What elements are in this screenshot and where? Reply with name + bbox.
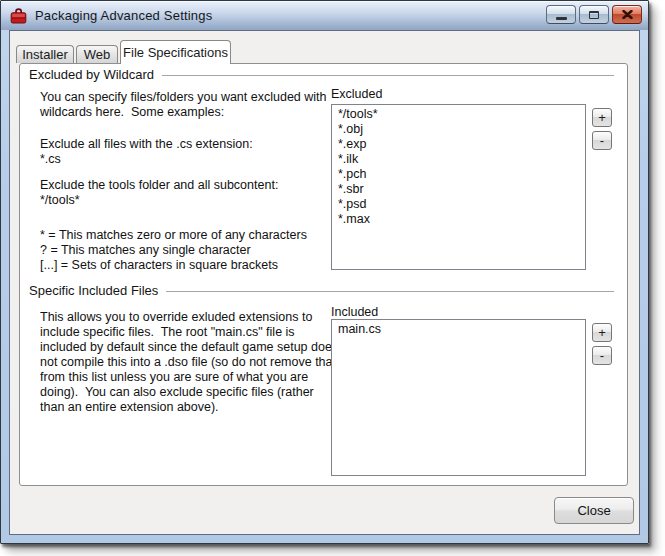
maximize-button[interactable] xyxy=(579,5,609,24)
close-icon xyxy=(622,10,633,19)
maximize-icon xyxy=(589,11,599,19)
text-line: [...] = Sets of characters in square bra… xyxy=(40,258,336,273)
group-header-excluded-by-wildcard: Excluded by Wildcard xyxy=(29,67,614,82)
excluded-remove-button[interactable]: - xyxy=(592,131,612,150)
close-window-button[interactable] xyxy=(612,5,642,24)
text-line: than an entire extension above). xyxy=(40,400,336,415)
included-add-button[interactable]: + xyxy=(592,323,612,342)
text-line: * = This matches zero or more of any cha… xyxy=(40,228,336,243)
included-description-text: This allows you to override exluded exte… xyxy=(40,310,336,415)
list-item[interactable]: *.sbr xyxy=(332,182,585,197)
minimize-icon xyxy=(556,17,567,20)
dialog-window: Packaging Advanced Settings Installer We… xyxy=(0,0,649,544)
group-divider-line xyxy=(166,291,614,292)
included-list-label: Included xyxy=(331,305,378,319)
included-listbox[interactable]: main.cs xyxy=(331,319,586,476)
list-item[interactable]: *.psd xyxy=(332,197,585,212)
minimize-button[interactable] xyxy=(546,5,576,24)
text-line: *.cs xyxy=(40,152,336,167)
tab-web[interactable]: Web xyxy=(76,45,118,63)
excluded-example-cs-text: Exclude all files with the .cs extension… xyxy=(40,137,336,167)
close-button[interactable]: Close xyxy=(554,497,634,524)
text-line: You can specify files/folders you want e… xyxy=(40,90,336,105)
list-item[interactable]: */tools* xyxy=(332,107,585,122)
tab-installer[interactable]: Installer xyxy=(16,45,74,63)
window-title: Packaging Advanced Settings xyxy=(35,8,212,23)
text-line: included by default since the default ga… xyxy=(40,340,336,355)
text-line: wildcards here. Some examples: xyxy=(40,105,336,120)
excluded-intro-text: You can specify files/folders you want e… xyxy=(40,90,336,120)
dialog-client-area: Installer Web File Specifications Exclud… xyxy=(9,30,640,535)
text-line: Exclude all files with the .cs extension… xyxy=(40,137,336,152)
list-item[interactable]: *.max xyxy=(332,212,585,227)
text-line: */tools* xyxy=(40,193,336,208)
tab-file-specifications[interactable]: File Specifications xyxy=(120,40,231,64)
red-package-icon xyxy=(10,8,27,24)
list-item[interactable]: *.exp xyxy=(332,137,585,152)
group-title: Specific Included Files xyxy=(29,283,158,298)
list-item[interactable]: *.pch xyxy=(332,167,585,182)
text-line: This allows you to override exluded exte… xyxy=(40,310,336,325)
window-controls xyxy=(546,5,642,24)
wildcard-legend-text: * = This matches zero or more of any cha… xyxy=(40,228,336,273)
text-line: ? = This matches any single character xyxy=(40,243,336,258)
tab-page-file-specifications: Excluded by Wildcard You can specify fil… xyxy=(19,63,628,486)
group-header-specific-included-files: Specific Included Files xyxy=(29,283,614,298)
text-line: not compile this into a .dso file (so do… xyxy=(40,355,336,370)
excluded-listbox[interactable]: */tools**.obj*.exp*.ilk*.pch*.sbr*.psd*.… xyxy=(331,104,586,270)
excluded-example-tools-text: Exclude the tools folder and all subcont… xyxy=(40,178,336,208)
text-line: doing). You can also exclude specific fi… xyxy=(40,385,336,400)
desktop: Packaging Advanced Settings Installer We… xyxy=(0,0,665,556)
text-line: Exclude the tools folder and all subcont… xyxy=(40,178,336,193)
group-divider-line xyxy=(162,75,614,76)
text-line: from this list unless you are sure of wh… xyxy=(40,370,336,385)
list-item[interactable]: *.ilk xyxy=(332,152,585,167)
titlebar[interactable]: Packaging Advanced Settings xyxy=(1,1,648,30)
group-title: Excluded by Wildcard xyxy=(29,67,154,82)
list-item[interactable]: *.obj xyxy=(332,122,585,137)
excluded-add-button[interactable]: + xyxy=(592,108,612,127)
text-line: include specific files. The root "main.c… xyxy=(40,325,336,340)
included-remove-button[interactable]: - xyxy=(592,346,612,365)
excluded-list-label: Excluded xyxy=(331,87,382,101)
list-item[interactable]: main.cs xyxy=(332,322,585,337)
